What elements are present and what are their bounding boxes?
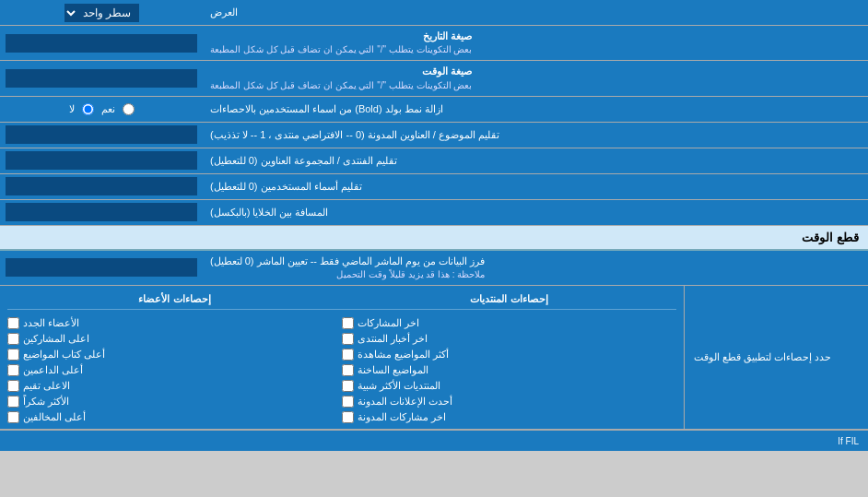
forum-stat-3-label: أكثر المواضيع مشاهدة [358, 349, 449, 361]
member-stat-5-label: الاعلى تقيم [23, 380, 70, 392]
cutoff-days-title: فرز البيانات من يوم الماشر الماضي فقط --… [210, 254, 485, 268]
forum-stat-5-label: المنتديات الأكثر شبية [358, 380, 440, 392]
time-format-note: بعض التكوينات يتطلب "/" التي يمكن ان تضا… [210, 79, 472, 92]
topic-trim-text: تقليم الموضوع / العناوين المدونة (0 -- ا… [210, 128, 499, 142]
forum-stat-3-checkbox[interactable] [342, 349, 354, 361]
bold-radio-cell: نعم لا [0, 97, 203, 122]
member-stat-4-label: أعلى الداعمين [23, 364, 83, 376]
list-item: أعلى كتاب المواضيع [7, 349, 342, 361]
forum-stats-col: إحصاءات المنتديات اخر المشاركات اخر أخبا… [342, 291, 676, 423]
display-select[interactable]: سطر واحد سطرين ثلاثة أسطر [65, 4, 139, 22]
member-stats-header: إحصاءات الأعضاء [7, 291, 342, 310]
member-stat-1-checkbox[interactable] [7, 317, 19, 329]
cutoff-days-label: فرز البيانات من يوم الماشر الماضي فقط --… [203, 251, 868, 285]
display-label: العرض [203, 0, 868, 25]
time-format-input[interactable]: H:i [6, 69, 197, 88]
list-item: اخر أخبار المنتدى [342, 333, 676, 345]
forum-stat-7-checkbox[interactable] [342, 411, 354, 423]
forum-stat-2-checkbox[interactable] [342, 333, 354, 345]
cutoff-title: قطع الوقت [802, 231, 859, 244]
forum-stat-4-label: المواضيع الساخنة [358, 364, 428, 376]
list-item: المنتديات الأكثر شبية [342, 380, 676, 392]
list-item: اخر المشاركات [342, 317, 676, 329]
forum-stat-6-checkbox[interactable] [342, 396, 354, 408]
member-stat-4-checkbox[interactable] [7, 364, 19, 376]
time-format-label: صيغة الوقت بعض التكوينات يتطلب "/" التي … [203, 61, 868, 95]
date-format-input[interactable]: d-m [6, 34, 197, 53]
bold-label: ازالة نمط بولد (Bold) من اسماء المستخدمي… [203, 97, 868, 122]
forum-stat-7-label: اخر مشاركات المدونة [358, 411, 446, 423]
bold-no-radio[interactable] [82, 103, 94, 115]
cutoff-days-input[interactable]: 0 [6, 258, 197, 277]
bold-yes-label: نعم [101, 103, 115, 115]
display-title-text: العرض [210, 6, 238, 19]
list-item: اخر مشاركات المدونة [342, 411, 676, 423]
list-item: المواضيع الساخنة [342, 364, 676, 376]
bold-title: ازالة نمط بولد (Bold) من اسماء المستخدمي… [210, 102, 443, 116]
member-stats-col: إحصاءات الأعضاء الأعضاء الجدد اعلى المشا… [7, 291, 342, 423]
forum-stat-6-label: أحدث الإعلانات المدونة [358, 396, 452, 408]
member-stat-7-checkbox[interactable] [7, 411, 19, 423]
member-stat-2-checkbox[interactable] [7, 333, 19, 345]
cells-gap-input-cell: 2 [0, 200, 203, 225]
member-stat-2-label: اعلى المشاركين [23, 333, 89, 345]
stats-section: حدد إحصاءات لتطبيق قطع الوقت إحصاءات الم… [0, 286, 868, 430]
date-format-note: بعض التكوينات يتطلب "/" التي يمكن ان تضا… [210, 43, 472, 56]
member-stat-3-checkbox[interactable] [7, 349, 19, 361]
list-item: أعلى الداعمين [7, 364, 342, 376]
date-format-label: صيغة التاريخ بعض التكوينات يتطلب "/" الت… [203, 26, 868, 60]
cells-gap-label: المسافة بين الخلايا (بالبكسل) [203, 200, 868, 225]
display-input-cell: سطر واحد سطرين ثلاثة أسطر [0, 0, 203, 25]
stats-section-label: حدد إحصاءات لتطبيق قطع الوقت [684, 286, 868, 429]
cutoff-days-input-cell: 0 [0, 251, 203, 285]
cutoff-days-note: ملاحظة : هذا قد يزيد قليلاً وقت التحميل [210, 268, 485, 281]
member-stat-3-label: أعلى كتاب المواضيع [23, 349, 105, 361]
bold-yes-radio[interactable] [123, 103, 135, 115]
forum-stats-header: إحصاءات المنتديات [342, 291, 676, 310]
stats-section-label-text: حدد إحصاءات لتطبيق قطع الوقت [694, 351, 831, 363]
cutoff-section-header: قطع الوقت [0, 226, 868, 251]
forum-trim-label: تقليم الفنتدى / المجموعة العناوين (0 للت… [203, 148, 868, 173]
username-trim-input-cell: 0 [0, 174, 203, 199]
topic-trim-input-cell: 33 [0, 123, 203, 148]
bold-no-label: لا [69, 103, 75, 115]
member-stat-6-label: الأكثر شكراً [23, 396, 69, 408]
footer-note: If FIL [0, 430, 868, 451]
member-stat-6-checkbox[interactable] [7, 396, 19, 408]
forum-stat-2-label: اخر أخبار المنتدى [358, 333, 428, 345]
cells-gap-input[interactable]: 2 [6, 203, 197, 221]
list-item: أحدث الإعلانات المدونة [342, 396, 676, 408]
list-item: اعلى المشاركين [7, 333, 342, 345]
forum-trim-input[interactable]: 33 [6, 151, 197, 170]
username-trim-input[interactable]: 0 [6, 177, 197, 195]
forum-stat-1-checkbox[interactable] [342, 317, 354, 329]
topic-trim-input[interactable]: 33 [6, 125, 197, 144]
stats-checkboxes-grid: إحصاءات المنتديات اخر المشاركات اخر أخبا… [0, 286, 684, 429]
cells-gap-text: المسافة بين الخلايا (بالبكسل) [210, 206, 329, 219]
list-item: الأعضاء الجدد [7, 317, 342, 329]
forum-trim-text: تقليم الفنتدى / المجموعة العناوين (0 للت… [210, 154, 397, 168]
list-item: الاعلى تقيم [7, 380, 342, 392]
topic-trim-label: تقليم الموضوع / العناوين المدونة (0 -- ا… [203, 123, 868, 148]
member-stat-1-label: الأعضاء الجدد [23, 317, 79, 329]
forum-stat-1-label: اخر المشاركات [358, 317, 419, 329]
forum-stat-4-checkbox[interactable] [342, 364, 354, 376]
list-item: الأكثر شكراً [7, 396, 342, 408]
date-format-title: صيغة التاريخ [210, 30, 472, 43]
member-stat-5-checkbox[interactable] [7, 380, 19, 392]
time-format-title: صيغة الوقت [210, 65, 472, 78]
username-trim-text: تقليم أسماء المستخدمين (0 للتعطيل) [210, 180, 362, 194]
date-format-input-cell: d-m [0, 26, 203, 60]
time-format-input-cell: H:i [0, 61, 203, 95]
list-item: أعلى المخالفين [7, 411, 342, 423]
forum-trim-input-cell: 33 [0, 148, 203, 173]
list-item: أكثر المواضيع مشاهدة [342, 349, 676, 361]
forum-stat-5-checkbox[interactable] [342, 380, 354, 392]
footer-note-text: If FIL [838, 436, 859, 446]
username-trim-label: تقليم أسماء المستخدمين (0 للتعطيل) [203, 174, 868, 199]
member-stat-7-label: أعلى المخالفين [23, 411, 86, 423]
